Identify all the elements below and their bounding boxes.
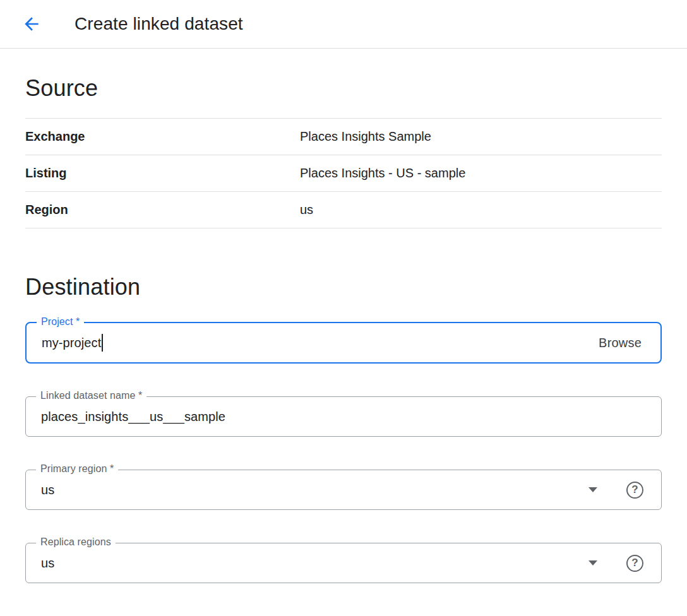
- page-title: Create linked dataset: [75, 14, 243, 34]
- linked-dataset-name-field[interactable]: Linked dataset name * places_insights___…: [25, 396, 662, 437]
- replica-regions-select[interactable]: Replica regions us ?: [25, 543, 662, 583]
- table-row-region: Region us: [25, 192, 662, 228]
- source-heading: Source: [25, 75, 662, 102]
- help-icon[interactable]: ?: [626, 482, 643, 499]
- linked-dataset-name-value[interactable]: places_insights___us___sample: [41, 410, 225, 424]
- browse-button[interactable]: Browse: [597, 332, 643, 354]
- help-icon[interactable]: ?: [626, 555, 643, 572]
- chevron-down-icon[interactable]: [588, 560, 597, 566]
- region-value: us: [300, 203, 313, 217]
- header: Create linked dataset: [0, 0, 687, 49]
- project-field-label: Project *: [37, 316, 84, 328]
- linked-dataset-name-label: Linked dataset name *: [36, 390, 146, 401]
- text-cursor: [102, 334, 103, 352]
- replica-regions-label: Replica regions: [36, 536, 116, 548]
- listing-label: Listing: [25, 166, 300, 181]
- listing-value: Places Insights - US - sample: [300, 166, 465, 181]
- exchange-value: Places Insights Sample: [300, 129, 431, 144]
- primary-region-value: us: [41, 483, 54, 497]
- region-label: Region: [25, 203, 300, 217]
- chevron-down-icon[interactable]: [588, 487, 597, 492]
- primary-region-select[interactable]: Primary region * us ?: [25, 470, 662, 510]
- main-content: Source Exchange Places Insights Sample L…: [0, 75, 687, 583]
- arrow-back-icon: [21, 14, 42, 34]
- primary-region-label: Primary region *: [36, 463, 118, 475]
- destination-heading: Destination: [25, 274, 662, 300]
- replica-regions-value: us: [41, 556, 54, 571]
- table-row-exchange: Exchange Places Insights Sample: [25, 119, 662, 155]
- project-field[interactable]: Project * my-project Browse: [25, 322, 662, 364]
- table-row-listing: Listing Places Insights - US - sample: [25, 155, 662, 192]
- exchange-label: Exchange: [25, 129, 300, 144]
- project-input-value[interactable]: my-project: [42, 336, 101, 350]
- source-table: Exchange Places Insights Sample Listing …: [25, 118, 662, 228]
- back-button[interactable]: [19, 11, 44, 37]
